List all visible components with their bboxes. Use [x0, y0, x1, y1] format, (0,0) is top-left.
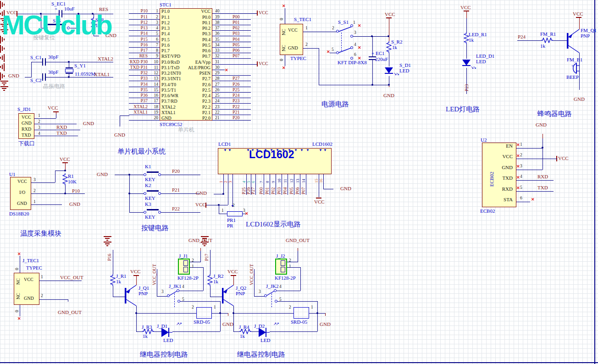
- wire: [113, 297, 125, 297]
- designator-label: ECB02: [480, 208, 495, 214]
- mcu-pin-row: XTAL218: [127, 104, 160, 109]
- pin-name: GND: [24, 296, 34, 301]
- led-icon: [384, 66, 394, 76]
- wire: [464, 32, 469, 44]
- pin-number: 12: [289, 179, 294, 183]
- wire: [212, 109, 251, 110]
- designator-label: J_J2: [276, 253, 285, 259]
- net-label: P24: [518, 34, 526, 39]
- junction-dot: [371, 35, 373, 37]
- key-designator: K1: [145, 164, 151, 169]
- wire: RXD: [482, 186, 516, 197]
- net-label: P11: [141, 14, 148, 19]
- pin-number: 24: [215, 99, 220, 103]
- net-label: XTAL1: [94, 72, 110, 77]
- net-label: RXD: [537, 174, 548, 179]
- mcu-pin-row: 37 P02: [212, 25, 263, 31]
- pin-number: 1: [156, 9, 158, 13]
- designator-label: KEY: [145, 176, 155, 182]
- designator-label: TYPEC: [26, 265, 42, 270]
- terminal-icon: [183, 267, 188, 272]
- designator-label: PNP: [236, 291, 245, 296]
- wire: [212, 19, 251, 20]
- pin-name: GND: [502, 165, 513, 170]
- net-label: GND_OUT: [286, 237, 310, 243]
- pin-number: 4: [520, 174, 522, 179]
- ground-icon: [0, 0, 598, 9]
- wire: [203, 267, 204, 291]
- net-label: P10: [140, 8, 148, 13]
- pin-name: RXD: [22, 127, 31, 132]
- resistor-icon: [541, 38, 553, 43]
- mcu-pin-row: P112: [127, 14, 160, 19]
- pin-name: TXD: [22, 132, 31, 138]
- designator-label: SRD-05: [291, 319, 307, 325]
- wire: EA/Vpp: [165, 59, 210, 64]
- wire: [200, 251, 201, 262]
- ecb02-pin-row: 2 VCC: [516, 154, 571, 165]
- designator-label: KF128-2P: [177, 275, 199, 281]
- wire: [4, 63, 5, 71]
- wire: [31, 204, 62, 205]
- pin-name: P2.6: [202, 82, 210, 87]
- mcu-pin-row: RES9: [127, 53, 160, 59]
- pin-number: 22: [215, 110, 220, 115]
- wire: [212, 58, 251, 59]
- wire: [129, 212, 144, 213]
- net-label: P16: [107, 254, 112, 261]
- ground-icon: [0, 81, 8, 85]
- sheet-border: [594, 0, 595, 364]
- capacitor-icon: [42, 58, 43, 66]
- wire: PSEN: [165, 70, 210, 76]
- switch-terminal-icon: [274, 289, 277, 292]
- pin-number: 2: [192, 305, 194, 309]
- wire: [567, 33, 569, 49]
- pin-name: P2.7: [202, 76, 210, 81]
- designator-label: J_JK1: [169, 283, 182, 289]
- wire: [219, 205, 219, 214]
- switch-terminal-icon: [177, 289, 179, 292]
- designator-label: DS18B20: [9, 211, 29, 216]
- wire: [46, 77, 113, 77]
- designator-label: J_R2: [213, 273, 224, 279]
- wire: [223, 285, 233, 292]
- button-terminal-icon: [144, 192, 146, 195]
- pin-number: 19: [154, 110, 159, 115]
- designator-label: PR1: [227, 217, 236, 223]
- wire: [157, 296, 167, 297]
- wire: [319, 48, 319, 85]
- net-label: VCC: [558, 155, 569, 161]
- no-connect-icon: [282, 66, 286, 70]
- wiper-arrow-icon: ▼: [228, 148, 232, 152]
- mcu-pin-row: P134: [127, 25, 160, 31]
- pin-name: EA/Vpp: [195, 60, 210, 65]
- junction-dot: [64, 193, 66, 194]
- wire: [106, 245, 108, 246]
- pin-number: 1: [305, 26, 308, 30]
- mcu-right-wires: 40 VCC 39 P00 38 P01 37 P02 36 P03 35 P0…: [212, 8, 263, 121]
- pin-name: P0.6: [202, 48, 210, 53]
- wire: [303, 32, 337, 32]
- mcu-pin-row: P3515: [127, 87, 160, 93]
- net-label: P37: [140, 98, 148, 103]
- pin-number: 9: [156, 54, 158, 58]
- designator-label: + EC1: [371, 50, 385, 56]
- pnp-transistor-icon: [123, 284, 138, 306]
- pin-number: 1: [214, 305, 216, 309]
- pin-name: TXD: [502, 175, 513, 181]
- net-label: P26: [233, 82, 240, 87]
- net-label: XTAL1: [133, 110, 148, 115]
- wire: P0.2: [165, 25, 210, 31]
- net-label: VCC: [130, 269, 141, 274]
- pin-number: 16: [319, 179, 323, 183]
- designator-label: 1k: [392, 44, 397, 50]
- wire: STA: [482, 197, 516, 208]
- pin-name: P0.7: [202, 54, 210, 59]
- pin-number: 18: [154, 105, 159, 109]
- wire: [2, 74, 3, 78]
- designator-label: U1: [9, 171, 15, 177]
- wire: [222, 288, 224, 303]
- relay-coil-icon: [196, 307, 212, 319]
- ground-icon: [103, 242, 111, 246]
- pin-name: NC: [281, 29, 286, 35]
